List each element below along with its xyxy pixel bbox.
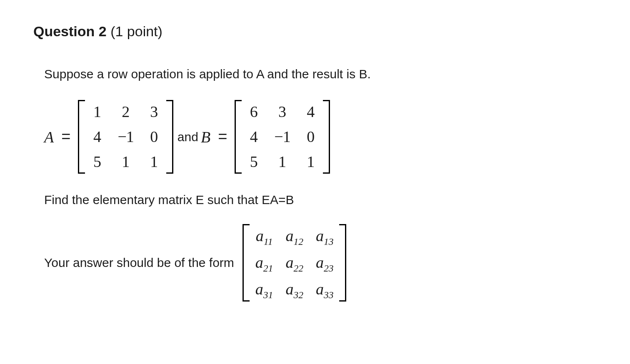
right-bracket-icon bbox=[339, 224, 346, 301]
E-r2c1: a21 bbox=[255, 254, 273, 272]
B-r3c2: 1 bbox=[274, 153, 290, 171]
B-r2c1: 4 bbox=[248, 128, 260, 146]
answer-form-row: Your answer should be of the form a11 a1… bbox=[44, 224, 597, 301]
matrix-A-body: 1 2 3 4 −1 0 5 1 1 bbox=[88, 100, 163, 174]
matrix-B-body: 6 3 4 4 −1 0 5 1 1 bbox=[244, 100, 320, 174]
matrix-equation: A = 1 2 3 4 −1 0 5 1 1 and B = 6 3 bbox=[44, 100, 597, 174]
B-r2c2: −1 bbox=[274, 128, 290, 146]
B-r1c1: 6 bbox=[248, 103, 260, 121]
B-r1c3: 4 bbox=[305, 103, 317, 121]
matrix-E-body: a11 a12 a13 a21 a22 a23 a31 a32 a33 bbox=[252, 224, 337, 301]
A-r1c2: 2 bbox=[118, 103, 133, 121]
var-A: A bbox=[44, 128, 54, 146]
matrix-E-template: a11 a12 a13 a21 a22 a23 a31 a32 a33 bbox=[242, 224, 347, 301]
E-r2c2: a22 bbox=[285, 254, 303, 272]
B-r3c1: 5 bbox=[248, 153, 260, 171]
B-r1c2: 3 bbox=[274, 103, 290, 121]
A-r2c1: 4 bbox=[91, 128, 103, 146]
equals-sign-2: = bbox=[210, 128, 235, 146]
E-r1c2: a12 bbox=[285, 227, 303, 245]
right-bracket-icon bbox=[323, 100, 330, 174]
right-bracket-icon bbox=[166, 100, 173, 174]
E-r3c3: a33 bbox=[316, 281, 334, 298]
matrix-A: 1 2 3 4 −1 0 5 1 1 bbox=[78, 100, 173, 174]
E-r3c2: a32 bbox=[285, 281, 303, 298]
A-r1c3: 3 bbox=[148, 103, 160, 121]
question-label: Question 2 bbox=[33, 23, 107, 39]
A-r3c2: 1 bbox=[118, 153, 133, 171]
and-text: and bbox=[173, 130, 201, 144]
matrix-B: 6 3 4 4 −1 0 5 1 1 bbox=[235, 100, 330, 174]
question-header: Question 2 (1 point) bbox=[33, 23, 597, 40]
left-bracket-icon bbox=[242, 224, 250, 301]
question-page: Question 2 (1 point) Suppose a row opera… bbox=[0, 0, 630, 318]
A-r3c1: 5 bbox=[91, 153, 103, 171]
mid-text: Find the elementary matrix E such that E… bbox=[44, 190, 597, 209]
E-r2c3: a23 bbox=[316, 254, 334, 272]
A-r2c3: 0 bbox=[148, 128, 160, 146]
A-r1c1: 1 bbox=[91, 103, 103, 121]
E-r3c1: a31 bbox=[255, 281, 273, 298]
B-r2c3: 0 bbox=[305, 128, 317, 146]
question-points-value: (1 point) bbox=[110, 23, 162, 39]
B-r3c3: 1 bbox=[305, 153, 317, 171]
A-r3c3: 1 bbox=[148, 153, 160, 171]
E-r1c1: a11 bbox=[255, 227, 273, 245]
E-r1c3: a13 bbox=[316, 227, 334, 245]
left-bracket-icon bbox=[78, 100, 85, 174]
left-bracket-icon bbox=[235, 100, 242, 174]
A-r2c2: −1 bbox=[118, 128, 133, 146]
var-B: B bbox=[201, 128, 210, 146]
answer-lead-text: Your answer should be of the form bbox=[44, 256, 234, 270]
intro-text: Suppose a row operation is applied to A … bbox=[44, 65, 597, 83]
equals-sign-1: = bbox=[54, 128, 78, 146]
